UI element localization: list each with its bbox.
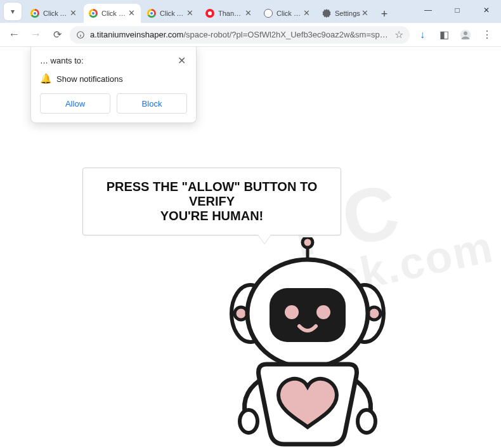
maximize-icon: □ (455, 6, 459, 15)
svg-point-14 (316, 305, 330, 319)
svg-point-6 (303, 237, 313, 247)
tab-label: Click Allo (43, 10, 68, 17)
svg-rect-12 (270, 288, 346, 342)
address-bar[interactable]: a.titaniumveinshaper.com/space-robot/?pl… (70, 26, 410, 44)
tab-label: Thanks fo (218, 10, 244, 17)
arrow-right-icon: → (30, 28, 41, 41)
tab-4[interactable]: Click "All✕ (259, 4, 316, 23)
tab-2[interactable]: Click Allo✕ (142, 4, 199, 23)
allow-button[interactable]: Allow (40, 93, 110, 114)
prompt-close-button[interactable]: ✕ (176, 55, 187, 67)
browser-toolbar: ← → ⟳ a.titaniumveinshaper.com/space-rob… (0, 23, 501, 47)
browser-menu-button[interactable]: ⋮ (478, 26, 496, 44)
tab-close-icon[interactable]: ✕ (302, 9, 311, 18)
opera-favicon-icon (205, 9, 214, 18)
side-panel-button[interactable]: ◧ (435, 26, 453, 44)
reload-button[interactable]: ⟳ (48, 26, 66, 44)
tab-label: Click "All (277, 10, 302, 17)
window-close-button[interactable]: ✕ (472, 0, 501, 20)
minimize-icon: — (424, 6, 432, 15)
gear-favicon-icon (322, 9, 331, 18)
tab-0[interactable]: Click Allo✕ (25, 4, 82, 23)
instruction-bubble: PRESS THE "ALLOW" BUTTON TO VERIFY YOU'R… (82, 168, 341, 235)
block-button[interactable]: Block (117, 93, 187, 114)
svg-point-16 (358, 410, 375, 433)
new-tab-button[interactable]: + (375, 5, 393, 23)
tab-label: Click Allo (160, 10, 185, 17)
window-minimize-button[interactable]: — (413, 0, 443, 20)
arrow-left-icon: ← (8, 28, 20, 41)
tab-label: Settings (335, 10, 360, 17)
tab-close-icon[interactable]: ✕ (185, 9, 194, 18)
bookmark-star-button[interactable]: ☆ (394, 29, 403, 41)
bubble-line-2: YOU'RE HUMAN! (93, 209, 330, 223)
site-info-icon[interactable] (76, 30, 85, 39)
tab-1[interactable]: Click "All✕ (84, 4, 141, 23)
bubble-line-1: PRESS THE "ALLOW" BUTTON TO VERIFY (93, 180, 330, 209)
profile-icon (459, 29, 472, 41)
robot-illustration (197, 237, 419, 448)
chrome-favicon-icon (89, 9, 98, 18)
chrome-favicon-icon (147, 9, 156, 18)
notification-permission-prompt: … wants to: ✕ 🔔 Show notifications Allow… (30, 47, 197, 123)
profile-button[interactable] (457, 26, 474, 44)
prompt-title: … wants to: (40, 56, 176, 65)
tab-3[interactable]: Thanks fo✕ (200, 4, 257, 23)
browser-titlebar: ▾ Click Allo✕ Click "All✕ Click Allo✕ Th… (0, 0, 501, 23)
tab-close-icon[interactable]: ✕ (244, 9, 252, 18)
forward-button[interactable]: → (27, 26, 44, 44)
tab-close-icon[interactable]: ✕ (127, 9, 136, 18)
tab-5[interactable]: Settings✕ (317, 4, 374, 23)
reload-icon: ⟳ (53, 29, 62, 41)
download-icon: ↓ (420, 29, 425, 41)
chevron-down-icon: ▾ (11, 7, 15, 16)
svg-point-13 (285, 305, 299, 319)
tab-label: Click "All (101, 10, 127, 17)
bell-icon: 🔔 (40, 73, 50, 84)
svg-point-4 (464, 31, 467, 35)
tab-close-icon[interactable]: ✕ (360, 9, 369, 18)
globe-favicon-icon (264, 9, 273, 18)
kebab-menu-icon: ⋮ (482, 29, 492, 41)
tabs-search-button[interactable]: ▾ (4, 3, 22, 20)
url-text: a.titaniumveinshaper.com/space-robot/?pl… (90, 30, 389, 39)
window-controls: — □ ✕ (413, 0, 501, 23)
plus-icon: + (381, 8, 388, 21)
page-viewport: … wants to: ✕ 🔔 Show notifications Allow… (0, 47, 501, 448)
back-button[interactable]: ← (5, 26, 23, 44)
window-maximize-button[interactable]: □ (443, 0, 472, 20)
chrome-favicon-icon (30, 9, 39, 18)
permission-label: Show notifications (56, 74, 123, 84)
svg-point-15 (240, 410, 257, 433)
tab-close-icon[interactable]: ✕ (68, 9, 77, 18)
downloads-button[interactable]: ↓ (413, 26, 431, 44)
panel-icon: ◧ (439, 29, 449, 41)
close-icon: ✕ (483, 6, 490, 15)
